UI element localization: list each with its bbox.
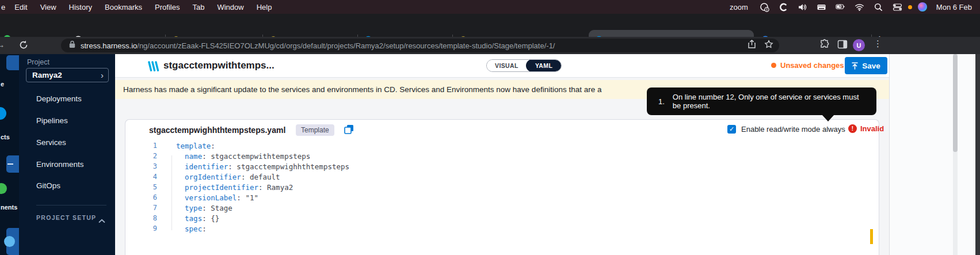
- project-selector[interactable]: Ramya2 ›: [26, 68, 109, 82]
- module-label-fragment: cts: [1, 134, 10, 140]
- cd-module-icon[interactable]: [0, 107, 6, 120]
- module-tile-top[interactable]: [6, 55, 19, 70]
- module-label-fragment: nents: [1, 204, 17, 211]
- harness-app: e cts nents Project Ramya2 › Deployments…: [0, 54, 980, 255]
- menubar-clock[interactable]: Mon 6 Feb: [936, 3, 972, 12]
- yaml-editor-card: stgacctempwighhthtempsteps.yaml Template…: [125, 119, 879, 255]
- code-line[interactable]: 9 spec:: [139, 223, 873, 234]
- line-number: 4: [139, 173, 157, 181]
- code-text: template:: [176, 142, 215, 150]
- background-dark-edge: [975, 54, 980, 255]
- code-text: orgIdentifier: default: [176, 173, 280, 181]
- c-shaped-icon[interactable]: [779, 2, 788, 12]
- toggle-yaml[interactable]: YAML: [526, 59, 562, 72]
- menubar-item[interactable]: Help: [257, 3, 272, 12]
- menubar-item[interactable]: History: [69, 3, 92, 12]
- omnibox[interactable]: stress.harness.io/ng/account/zEaak-FLS42…: [61, 39, 779, 52]
- module-tile-selected[interactable]: [6, 155, 19, 173]
- zoom-status-item[interactable]: zoom: [730, 3, 748, 12]
- menubar-app-menus: eEditViewHistoryBookmarksProfilesTabWind…: [0, 3, 284, 12]
- sidebar-item-deployments[interactable]: Deployments: [36, 94, 82, 103]
- code-line[interactable]: 5 projectIdentifier: Ramya2: [139, 182, 873, 192]
- extensions-puzzle-icon[interactable]: [819, 39, 830, 52]
- url-path: /ng/account/zEaak-FLS425IEO7OLzMUg/cd/or…: [137, 41, 555, 50]
- background-scrollbar-thumb[interactable]: [953, 54, 958, 152]
- code-line[interactable]: 3 identifier: stgacctempwighhthtempsteps: [139, 161, 873, 172]
- sidebar-item-services[interactable]: Services: [36, 138, 66, 147]
- menubar-item[interactable]: Window: [217, 3, 243, 12]
- browser-tabstrip: [feat]:[pie-7340]: move co✕CD Daily Stat…: [0, 14, 980, 37]
- unsaved-dot: [771, 63, 776, 68]
- wifi-icon[interactable]: [855, 2, 864, 12]
- copy-icon[interactable]: [344, 124, 354, 137]
- menubar-item[interactable]: Profiles: [155, 3, 180, 12]
- line-number: 6: [139, 193, 157, 201]
- code-line[interactable]: 8 tags: {}: [139, 213, 873, 223]
- sidebar-item-pipelines[interactable]: Pipelines: [36, 116, 68, 125]
- project-sidebar: Project Ramya2 › DeploymentsPipelinesSer…: [19, 54, 115, 255]
- invalid-status: ! Invalid: [848, 124, 884, 133]
- toggle-visual[interactable]: VISUAL: [487, 60, 527, 71]
- menubar-status-area: zoom Mon 6 Feb: [730, 0, 980, 14]
- error-message: On line number 12, Only one of service o…: [673, 93, 865, 110]
- code-text: versionLabel: "1": [176, 193, 258, 202]
- browser-menu-icon[interactable]: ⋮: [874, 39, 882, 49]
- yaml-filename: stgacctempwighhthtempsteps.yaml: [149, 125, 285, 135]
- chevron-up-icon[interactable]: [98, 215, 105, 226]
- error-index: 1.: [658, 97, 665, 106]
- menubar-item[interactable]: Tab: [192, 3, 204, 12]
- menubar-item[interactable]: View: [40, 3, 56, 12]
- code-line[interactable]: 1template:: [139, 140, 873, 151]
- hand-status-icon[interactable]: [760, 2, 769, 12]
- visual-yaml-toggle: VISUAL YAML: [486, 59, 562, 72]
- template-studio-icon: [147, 59, 161, 75]
- banner-text: Harness has made a significant update to…: [123, 85, 601, 94]
- macos-menubar: eEditViewHistoryBookmarksProfilesTabWind…: [0, 0, 980, 14]
- project-setup-section[interactable]: PROJECT SETUP: [36, 214, 96, 221]
- code-line[interactable]: 6 versionLabel: "1": [139, 192, 873, 203]
- error-tooltip: 1. On line number 12, Only one of servic…: [647, 87, 876, 115]
- error-circle-icon: !: [848, 124, 857, 133]
- keyboard-icon[interactable]: [817, 2, 826, 12]
- invalid-label: Invalid: [860, 124, 884, 133]
- side-panel-icon[interactable]: [837, 39, 848, 52]
- background-window-edge: [889, 54, 980, 255]
- menubar-item[interactable]: Bookmarks: [105, 3, 142, 12]
- siri-icon[interactable]: [918, 2, 927, 12]
- code-text: spec:: [176, 224, 207, 233]
- bookmark-star-icon[interactable]: [764, 40, 773, 51]
- unsaved-changes-indicator: Unsaved changes: [771, 61, 844, 70]
- readwrite-label[interactable]: Enable read/write mode always: [741, 125, 845, 134]
- forward-arrow-icon[interactable]: →: [0, 40, 5, 50]
- sidebar-item-gitops[interactable]: GitOps: [36, 181, 60, 190]
- code-line[interactable]: 7 type: Stage: [139, 203, 873, 213]
- main-content: stgacctempwithtemps... VISUAL YAML Unsav…: [115, 54, 898, 255]
- readwrite-checkbox[interactable]: ✓: [727, 125, 736, 134]
- volume-icon[interactable]: [798, 2, 807, 12]
- share-icon[interactable]: [748, 40, 756, 51]
- screen: eEditViewHistoryBookmarksProfilesTabWind…: [0, 0, 980, 255]
- url-domain: stress.harness.io: [81, 41, 137, 50]
- menubar-item[interactable]: Edit: [14, 3, 27, 12]
- menubar-item[interactable]: e: [1, 3, 5, 12]
- line-number: 3: [139, 162, 157, 170]
- reload-icon[interactable]: [18, 40, 29, 52]
- project-label: Project: [27, 58, 49, 66]
- green-module-icon[interactable]: [0, 183, 7, 194]
- spotlight-search-icon[interactable]: [874, 2, 883, 12]
- code-line[interactable]: 2 name: stgacctempwithtempsteps: [139, 151, 873, 161]
- module-tile-bottom[interactable]: [6, 228, 19, 255]
- lock-icon[interactable]: [69, 40, 75, 51]
- tooltip-caret: [822, 115, 834, 121]
- yaml-code[interactable]: 1template:2 name: stgacctempwithtempstep…: [139, 140, 873, 234]
- control-center-icon[interactable]: [893, 2, 902, 12]
- save-button[interactable]: Save: [845, 57, 887, 74]
- line-number: 1: [139, 142, 157, 150]
- line-number: 7: [139, 204, 157, 212]
- browser-toolbar: → stress.harness.io/ng/account/zEaak-FLS…: [0, 37, 980, 54]
- sidebar-item-environments[interactable]: Environments: [36, 160, 84, 169]
- battery-icon[interactable]: [836, 2, 845, 12]
- profile-avatar[interactable]: U: [853, 39, 865, 51]
- page-title: stgacctempwithtemps...: [163, 60, 274, 71]
- code-line[interactable]: 4 orgIdentifier: default: [139, 172, 873, 182]
